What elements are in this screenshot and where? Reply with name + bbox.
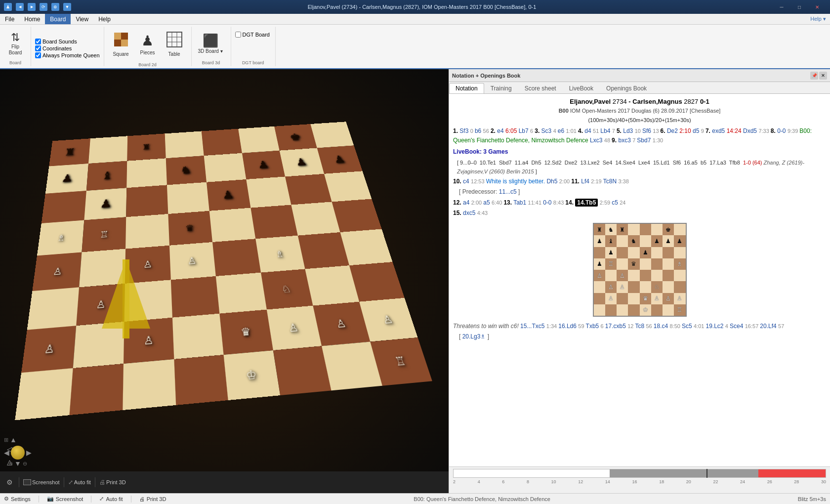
screenshot-button[interactable]: 📷 Screenshot [47, 496, 83, 502]
bottom-divider-3 [131, 496, 131, 503]
print3d-label[interactable]: Print 3D [106, 479, 126, 485]
move-d5[interactable]: d5 [693, 127, 699, 134]
menu-file[interactable]: File [0, 14, 19, 24]
move-sf6[interactable]: Sf6 [642, 127, 651, 134]
move-dh5[interactable]: Dh5 [546, 178, 557, 185]
always-promote-checkbox[interactable]: Always Promote Queen [35, 52, 100, 58]
down-arrow-icon[interactable]: ▼ [14, 460, 21, 467]
piece-f3: ♘ [281, 284, 292, 294]
move-lf4[interactable]: Lf4 [581, 178, 589, 185]
dgt-board-checkbox[interactable]: DGT Board [235, 32, 270, 38]
msq-h4 [674, 270, 685, 281]
board3d-button[interactable]: ⬛ 3D Board ▾ [196, 28, 225, 59]
move-lb7[interactable]: Lb7 [519, 127, 529, 134]
move-lb4[interactable]: Lb4 [600, 127, 610, 134]
table-button[interactable]: Table [162, 28, 187, 60]
menu-board[interactable]: Board [45, 14, 71, 24]
board-sounds-input[interactable] [35, 39, 41, 44]
predecessor-move[interactable]: 11...c5 [499, 188, 517, 195]
move-sce4[interactable]: Sce4 [730, 323, 743, 330]
move-txc5[interactable]: 15...Txc5 [520, 323, 544, 330]
menu-view[interactable]: View [71, 14, 93, 24]
print3d-button[interactable]: 🖨 Print 3D [139, 496, 166, 502]
left-arrow-icon[interactable]: ◀ [4, 449, 9, 457]
move-de2[interactable]: De2 [667, 127, 678, 134]
notation-header-controls[interactable]: 📌 ✕ [810, 72, 827, 80]
move-sbd7[interactable]: Sbd7 [637, 137, 651, 144]
right-arrow-icon[interactable]: ▶ [26, 449, 32, 457]
help-button[interactable]: Help ▾ [806, 15, 830, 23]
board-sounds-checkbox[interactable]: Board Sounds [35, 39, 100, 44]
move-tb5-current[interactable]: 14.Tb5 [575, 199, 598, 207]
tab-openings-book[interactable]: Openings Book [600, 83, 653, 93]
notation-close-button[interactable]: ✕ [819, 72, 827, 80]
tab-notation[interactable]: Notation [449, 83, 484, 93]
flip-board-button[interactable]: ⇅ FlipBoard [4, 28, 27, 59]
minimize-button[interactable]: ─ [773, 0, 790, 14]
square-button[interactable]: Square [108, 28, 134, 60]
notation-tabs[interactable]: Notation Training Score sheet LiveBook O… [449, 82, 830, 94]
autofit-label[interactable]: Auto fit [74, 479, 91, 485]
move-tab1[interactable]: Tab1 [513, 199, 526, 206]
move-txb5[interactable]: Txb5 [586, 323, 599, 330]
screenshot-label[interactable]: Screenshot [32, 479, 60, 485]
autofit-button[interactable]: ⤢ Auto fit [99, 496, 123, 502]
move-e6[interactable]: e6 [558, 127, 564, 134]
move-lc2[interactable]: 19.Lc2 [706, 323, 723, 330]
move-lf4-2[interactable]: 20.Lf4 [760, 323, 776, 330]
move-c5[interactable]: c5 [612, 199, 618, 206]
move-c4[interactable]: c4 [463, 178, 469, 185]
menu-home[interactable]: Home [19, 14, 45, 24]
grid-icon[interactable]: ⊞ [4, 437, 8, 443]
coordinates-input[interactable] [35, 45, 41, 51]
move-dxc5[interactable]: dxc5 [463, 210, 475, 216]
move-lxc3[interactable]: Lxc3 [590, 137, 602, 144]
move-bxc3[interactable]: bxc3 [618, 137, 630, 144]
tab-livebook[interactable]: LiveBook [563, 83, 600, 93]
chess-board-3d[interactable]: ♜ ♜ ♚ ♟ ♝ ♞ ♟ ♟ ♟ ♟ [15, 122, 432, 420]
move-e4[interactable]: e4 [497, 127, 503, 134]
move-sf3[interactable]: Sf3 [459, 127, 468, 134]
notation-pin-button[interactable]: 📌 [810, 72, 818, 80]
sphere-control[interactable] [11, 446, 25, 460]
move-00[interactable]: 0-0 [777, 127, 786, 134]
settings-icon[interactable]: ⚙ [4, 477, 15, 488]
move-sc5[interactable]: Sc5 [682, 323, 692, 330]
plus-icon[interactable]: ⊕ [8, 461, 13, 467]
menu-help[interactable]: Help [93, 14, 116, 24]
titlebar-controls[interactable]: ─ □ ✕ [773, 0, 826, 14]
minus-icon[interactable]: ⊖ [23, 461, 27, 467]
move-a4[interactable]: a4 [463, 199, 469, 206]
sq-b3: ♙ [76, 284, 125, 326]
always-promote-input[interactable] [35, 52, 41, 58]
move-ld3[interactable]: Ld3 [623, 127, 633, 134]
up-arrow-icon[interactable]: ▲ [10, 436, 17, 444]
move-tc8[interactable]: Tc8 [635, 323, 644, 330]
msq-b6: ♟ [605, 247, 617, 258]
move20-lg3[interactable]: 20.Lg3♗ [462, 333, 486, 340]
move-exd5[interactable]: exd5 [712, 127, 725, 134]
status-bar-text: B00: Queen's Fianchetto Defence, Nimzowi… [414, 496, 550, 502]
move-c4-2[interactable]: 18.c4 [654, 323, 668, 330]
notation-content[interactable]: Eljanov,Pavel 2734 - Carlsen,Magnus 2827… [449, 94, 830, 466]
move-b6[interactable]: b6 [475, 127, 481, 134]
move-tc8n[interactable]: Tc8N [603, 178, 617, 185]
tab-score-sheet[interactable]: Score sheet [518, 83, 563, 93]
titlebar-title: Eljanov,Pavel (2734) - Carlsen,Magnus (2… [308, 4, 537, 10]
board-area[interactable]: ♜ ♜ ♚ ♟ ♝ ♞ ♟ ♟ ♟ ♟ [0, 69, 449, 493]
close-button[interactable]: ✕ [808, 0, 826, 14]
move-00-2[interactable]: 0-0 [543, 199, 551, 206]
move-a5[interactable]: a5 [483, 199, 490, 206]
maximize-button[interactable]: □ [790, 0, 808, 14]
move-cxb5[interactable]: 17.cxb5 [605, 323, 626, 330]
move-d4[interactable]: d4 [584, 127, 591, 134]
tab-training[interactable]: Training [484, 83, 518, 93]
settings-button[interactable]: ⚙ Settings [4, 496, 31, 502]
board-3d[interactable]: ♜ ♜ ♚ ♟ ♝ ♞ ♟ ♟ ♟ ♟ [0, 69, 449, 493]
move-sc3[interactable]: Sc3 [541, 127, 552, 134]
move-ld6[interactable]: 16.Ld6 [558, 323, 577, 330]
move-dxd5[interactable]: Dxd5 [743, 127, 757, 134]
pieces-button[interactable]: ♟ Pieces [135, 28, 161, 60]
coordinates-checkbox[interactable]: Coordinates [35, 45, 100, 51]
dgt-board-input[interactable] [235, 32, 241, 38]
